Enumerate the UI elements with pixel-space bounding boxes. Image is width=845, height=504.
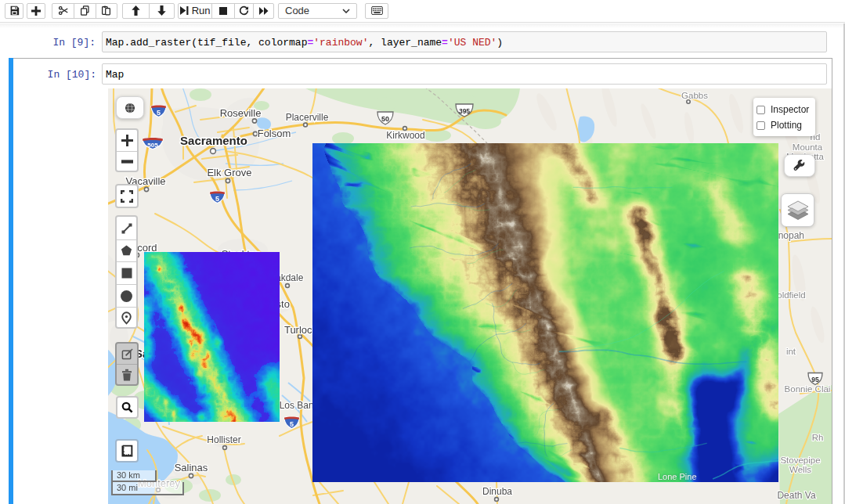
svg-text:Folsom: Folsom — [258, 128, 291, 139]
svg-text:Placerville: Placerville — [286, 112, 329, 123]
svg-text:Dinuba: Dinuba — [482, 486, 512, 497]
svg-text:Stovepipe: Stovepipe — [780, 455, 820, 465]
svg-text:5: 5 — [290, 420, 294, 428]
svg-text:int: int — [786, 347, 796, 356]
svg-text:Sacramento: Sacramento — [180, 134, 247, 147]
svg-text:Mounta: Mounta — [793, 142, 823, 152]
svg-text:Gabbs: Gabbs — [681, 91, 708, 100]
svg-text:95: 95 — [811, 376, 819, 383]
svg-text:50: 50 — [381, 115, 389, 123]
svg-text:Hollister: Hollister — [207, 434, 240, 445]
svg-text:Elk Grove: Elk Grove — [207, 167, 251, 178]
svg-text:5: 5 — [215, 195, 219, 203]
svg-text:Wells: Wells — [789, 465, 811, 474]
svg-text:505: 505 — [147, 142, 158, 149]
svg-text:Death Va: Death Va — [777, 490, 815, 501]
svg-text:395: 395 — [459, 107, 470, 115]
svg-text:5: 5 — [157, 109, 161, 117]
svg-text:Bonnie Clai: Bonnie Clai — [785, 384, 831, 394]
svg-text:Kirkwood: Kirkwood — [386, 130, 424, 141]
svg-text:Salinas: Salinas — [175, 462, 208, 473]
svg-text:Roseville: Roseville — [220, 107, 262, 119]
svg-text:Rh: Rh — [812, 433, 824, 442]
